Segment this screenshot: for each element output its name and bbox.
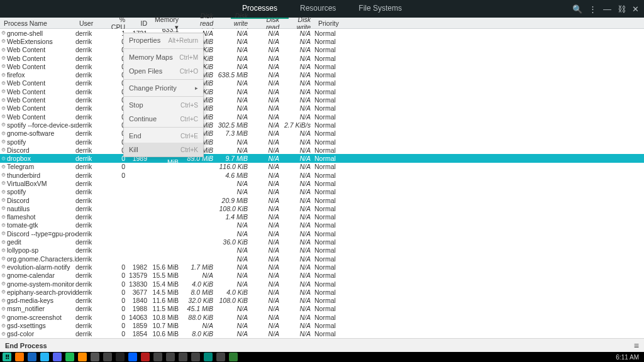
taskbar-dropbox-icon[interactable] xyxy=(128,353,137,361)
taskbar-vlc-icon[interactable] xyxy=(78,353,87,361)
menu-item-continue[interactable]: ContinueCtrl+C xyxy=(124,112,203,126)
dw-cell: N/A xyxy=(283,63,314,70)
menu-item-memory-maps[interactable]: Memory MapsCtrl+M xyxy=(124,50,203,64)
menu-item-open-files[interactable]: Open FilesCtrl+O xyxy=(124,64,203,78)
table-row[interactable]: ⚙geditderrik36.0 KiBN/AN/ANormal xyxy=(0,238,644,246)
table-row[interactable]: ⚙lollypop-spderrikN/AN/AN/ANormal xyxy=(0,246,644,255)
table-row[interactable]: ⚙spotify --force-device-scale-faderrik09… xyxy=(0,121,644,129)
taskbar-app-icon[interactable] xyxy=(204,353,213,361)
taskbar-app-icon[interactable] xyxy=(141,353,150,361)
user-cell: derrik xyxy=(75,180,104,187)
table-row[interactable]: ⚙epiphany-search-providerderrik0367714.5… xyxy=(0,288,644,296)
table-row[interactable]: ⚙gsd-media-keysderrik0184011.6 MiB32.0 K… xyxy=(0,297,644,305)
table-row[interactable]: ⚙thunderbirdderrik04.6 MiBN/AN/ANormal xyxy=(0,171,644,179)
tab-file-systems[interactable]: File Systems xyxy=(347,0,413,19)
minimize-icon[interactable]: — xyxy=(603,4,611,14)
dr-cell: N/A xyxy=(252,113,283,121)
col-id[interactable]: ID xyxy=(129,18,151,28)
dwt-cell: 9.7 MiB xyxy=(217,155,252,162)
dw-cell: N/A xyxy=(283,322,314,329)
taskbar-firefox-icon[interactable] xyxy=(15,353,24,361)
table-row[interactable]: ⚙nautilusderrik108.0 KiBN/AN/ANormal xyxy=(0,204,644,212)
taskbar-spotify-icon[interactable] xyxy=(65,353,74,361)
table-row[interactable]: ⚙Discordderrik20.9 MiBN/AN/ANormal xyxy=(0,196,644,204)
table-row[interactable]: ⚙evolution-alarm-notifyderrik0198215.6 M… xyxy=(0,263,644,271)
link-icon[interactable]: ⛓ xyxy=(618,4,626,14)
table-row[interactable]: ⚙Web Contentderrik03171181.1 MiB1.2 MiBN… xyxy=(0,104,644,112)
close-icon[interactable]: ✕ xyxy=(632,4,639,14)
process-icon: ⚙ xyxy=(1,114,6,119)
start-menu-icon[interactable]: ⠿ xyxy=(3,353,11,361)
table-row[interactable]: ⚙VirtualBoxVMderrikN/AN/AN/ANormal xyxy=(0,179,644,187)
table-row[interactable]: ⚙org.gnome.Characters.BackgroderrikN/AN/… xyxy=(0,255,644,263)
taskbar-app-icon[interactable] xyxy=(153,353,162,361)
dw-cell: N/A xyxy=(283,155,314,162)
tab-resources[interactable]: Resources xyxy=(289,0,347,19)
taskbar-discord-icon[interactable] xyxy=(53,353,62,361)
table-row[interactable]: ⚙spotifyderrik09310152.3 MiB42.0 MiBN/AN… xyxy=(0,138,644,146)
menu-item-end[interactable]: EndCtrl+E xyxy=(124,129,203,143)
table-row[interactable]: ⚙gnome-calendarderrik01357915.5 MiBN/AN/… xyxy=(0,272,644,280)
taskbar-thunderbird-icon[interactable] xyxy=(28,353,36,361)
table-row[interactable]: ⚙Telegramderrik0116.0 KiBN/AN/ANormal xyxy=(0,163,644,171)
menu-separator xyxy=(124,127,203,128)
table-row[interactable]: ⚙dropboxderrik01989141.3 MiB89.0 MiB9.7 … xyxy=(0,154,644,162)
table-row[interactable]: ⚙WebExtensionsderrik02963376.2 MiB11.8 M… xyxy=(0,37,644,45)
process-name-cell: gnome-shell xyxy=(7,30,43,37)
table-row[interactable]: ⚙Web Contentderrik04071245.7 MiB1.5 MiBN… xyxy=(0,79,644,87)
menu-item-stop[interactable]: StopCtrl+S xyxy=(124,98,203,112)
search-icon[interactable]: 🔍 xyxy=(572,4,582,14)
table-row[interactable]: ⚙Web Contentderrik03184281.4 MiB856.0 Ki… xyxy=(0,46,644,54)
col-process-name[interactable]: Process Name xyxy=(0,18,75,28)
tab-processes[interactable]: Processes xyxy=(231,0,289,19)
process-name-cell: gedit xyxy=(7,238,21,246)
taskbar-app-icon[interactable] xyxy=(166,353,175,361)
table-row[interactable]: ⚙gnome-softwarederrik01991159.6 MiB27.5 … xyxy=(0,129,644,138)
process-name-cell: Web Content xyxy=(7,46,45,53)
table-row[interactable]: ⚙Web Contentderrik03178267.7 MiB372.0 Ki… xyxy=(0,54,644,62)
table-row[interactable]: ⚙gnome-shellderrik11721633.1 MiBN/AN/AN/… xyxy=(0,29,644,37)
mem-cell: 11.6 MiB xyxy=(151,297,182,304)
table-row[interactable]: ⚙flameshotderrik1.4 MiBN/AN/ANormal xyxy=(0,213,644,221)
table-row[interactable]: ⚙Discord --type=gpu-process --derrikN/AN… xyxy=(0,229,644,238)
taskbar-files-icon[interactable] xyxy=(229,353,238,361)
menu-label: Properties xyxy=(129,36,160,44)
col-user[interactable]: User xyxy=(75,18,104,28)
drt-cell: 4.0 KiB xyxy=(182,280,217,288)
taskbar-app-icon[interactable] xyxy=(103,353,112,361)
menu-item-properties[interactable]: PropertiesAlt+Return xyxy=(124,33,203,47)
table-row[interactable]: ⚙Web Contentderrik03153168.9 MiB4.8 MiBN… xyxy=(0,112,644,121)
taskbar-app-icon[interactable] xyxy=(179,353,187,361)
menu-accel: Ctrl+S xyxy=(180,102,198,109)
table-row[interactable]: ⚙Web Contentderrik04862265.8 MiB84.0 KiB… xyxy=(0,62,644,70)
table-row[interactable]: ⚙msm_notifierderrik0198811.5 MiB45.1 MiB… xyxy=(0,305,644,313)
table-row[interactable]: ⚙gnome-screenshotderrik01406310.8 MiB88.… xyxy=(0,313,644,321)
taskbar-steam-icon[interactable] xyxy=(116,353,125,361)
end-process-button[interactable]: End Process xyxy=(5,342,47,349)
taskbar-app-icon[interactable] xyxy=(191,353,200,361)
hamburger-icon[interactable]: ≡ xyxy=(634,341,639,351)
table-row[interactable]: ⚙Web Contentderrik04019230.2 MiB124.0 Ki… xyxy=(0,87,644,96)
user-cell: derrik xyxy=(75,221,104,229)
taskbar-app-icon[interactable] xyxy=(216,353,225,361)
col-priority[interactable]: Priority xyxy=(314,18,346,28)
table-row[interactable]: ⚙Discordderrik02239147.3 MiB17.5 MiBN/AN… xyxy=(0,146,644,154)
table-row[interactable]: ⚙gsd-xsettingsderrik0185910.7 MiBN/AN/AN… xyxy=(0,321,644,329)
table-row[interactable]: ⚙Web Contentderrik02795185.7 MiB7.1 MiBN… xyxy=(0,96,644,104)
table-row[interactable]: ⚙spotifyderrikN/AN/AN/ANormal xyxy=(0,188,644,196)
menu-item-kill[interactable]: KillCtrl+K xyxy=(124,143,203,156)
table-row[interactable]: ⚙firefoxderrik02725261.1 MiB288.9 MiB638… xyxy=(0,70,644,79)
process-context-menu[interactable]: PropertiesAlt+ReturnMemory MapsCtrl+MOpe… xyxy=(123,33,204,157)
menu-icon[interactable]: ⋮ xyxy=(589,4,597,14)
process-icon: ⚙ xyxy=(1,214,6,220)
taskbar-gedit-icon[interactable] xyxy=(91,353,99,361)
taskbar-telegram-icon[interactable] xyxy=(40,353,49,361)
menu-item-change-priority[interactable]: Change Priority▸ xyxy=(124,81,203,95)
table-row[interactable]: ⚙tomate-gtkderrikN/AN/AN/ANormal xyxy=(0,221,644,229)
table-row[interactable]: ⚙gsd-colorderrik0185410.6 MiB8.0 KiBN/AN… xyxy=(0,330,644,338)
table-row[interactable]: ⚙gnome-system-monitorderrik01383015.4 Mi… xyxy=(0,280,644,288)
dwt-cell: N/A xyxy=(217,263,252,271)
process-name-cell: firefox xyxy=(7,71,25,79)
pri-cell: Normal xyxy=(314,71,346,79)
process-table[interactable]: ⚙gnome-shellderrik11721633.1 MiBN/AN/AN/… xyxy=(0,29,644,338)
